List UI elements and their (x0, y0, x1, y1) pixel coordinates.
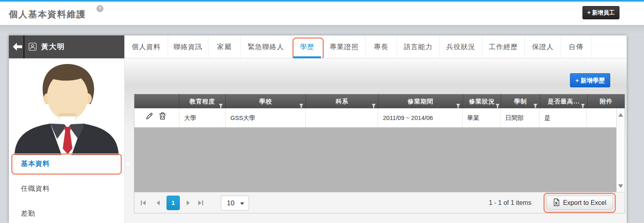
column-header-study-period[interactable]: 修業期間 (379, 94, 463, 108)
profile-tabstrip: 個人資料 聯絡資訊 家屬 緊急聯絡人 學歷 專業證照 專長 語言能力 兵役狀況 … (125, 35, 627, 58)
employee-badge-icon (28, 42, 37, 51)
employee-sidebar: 黃大明 基本資料 (9, 35, 125, 223)
tab-autobiography[interactable]: 自傳 (561, 35, 591, 58)
column-label: 科系 (336, 98, 349, 105)
sidebar-item-attendance[interactable]: 差勤 (9, 205, 124, 223)
tab-work-experience[interactable]: 工作經歷 (482, 35, 525, 58)
tab-family[interactable]: 家屬 (208, 35, 241, 58)
tab-language-ability[interactable]: 語言能力 (397, 35, 440, 58)
cell-school: GSS大學 (226, 108, 306, 127)
grid-pagination-bar: 1 10 1 - 1 of 1 items (134, 192, 625, 213)
cell-school-system: 日間部 (500, 108, 539, 127)
sidebar-item-label: 差勤 (21, 210, 35, 217)
tab-contact-info[interactable]: 聯絡資訊 (168, 35, 208, 58)
employee-avatar (9, 58, 124, 155)
cell-education-level: 大學 (179, 108, 226, 127)
column-header-school-system[interactable]: 學制 (501, 94, 540, 108)
column-header-actions (134, 94, 179, 108)
education-grid: 教育程度 學校 科系 修業期間 修業狀況 (134, 94, 625, 213)
tab-label: 學歷 (300, 43, 315, 51)
cell-study-status: 畢業 (463, 108, 501, 127)
previous-page-button[interactable] (156, 200, 160, 208)
tab-military-service[interactable]: 兵役狀況 (440, 35, 482, 58)
cell-attachment (587, 108, 616, 127)
export-to-excel-button[interactable]: Export to Excel (546, 196, 613, 210)
help-icon[interactable]: ? (97, 5, 103, 12)
sidebar-header: 黃大明 (9, 35, 124, 58)
last-page-button[interactable] (198, 200, 204, 208)
column-header-school[interactable]: 學校 (226, 94, 306, 108)
delete-icon[interactable] (159, 108, 166, 127)
sidebar-item-basic-info[interactable]: 基本資料 (9, 155, 124, 173)
column-label: 修業期間 (408, 98, 434, 105)
sidebar-header-divider (23, 35, 25, 58)
column-label: 教育程度 (189, 98, 215, 105)
header-shadow-band (0, 26, 644, 35)
tab-emergency-contact[interactable]: 緊急聯絡人 (241, 35, 292, 58)
table-row: 大學 GSS大學 2011/09 ~ 2014/06 畢業 日間部 是 (134, 108, 616, 128)
column-header-study-status[interactable]: 修業狀況 (463, 94, 501, 108)
tab-professional-license[interactable]: 專業證照 (323, 35, 366, 58)
chevron-down-icon (240, 202, 244, 205)
grid-body: 大學 GSS大學 2011/09 ~ 2014/06 畢業 日間部 是 (134, 108, 625, 192)
column-header-education-level[interactable]: 教育程度 (179, 94, 226, 108)
page-title: 個人基本資料維護 (9, 8, 86, 21)
excel-file-icon (553, 198, 560, 208)
add-employee-button[interactable]: + 新增員工 (582, 6, 619, 19)
vertical-scrollbar[interactable] (616, 108, 625, 192)
next-page-button[interactable] (186, 200, 191, 208)
page-size-value: 10 (227, 196, 235, 210)
items-summary: 1 - 1 of 1 items (489, 192, 531, 213)
app-header: 個人基本資料維護 ? + 新增員工 (0, 2, 644, 25)
sidebar-collapse-icon[interactable] (126, 161, 129, 166)
edit-icon[interactable] (145, 108, 154, 127)
add-education-button[interactable]: + 新增學歷 (570, 73, 610, 87)
tab-personal-info[interactable]: 個人資料 (125, 35, 168, 58)
scroll-down-icon[interactable] (618, 184, 623, 188)
page-size-dropdown[interactable]: 10 (221, 196, 249, 211)
column-header-department[interactable]: 科系 (306, 94, 379, 108)
tab-expertise[interactable]: 專長 (366, 35, 397, 58)
column-label: 修業狀況 (469, 98, 495, 105)
column-label: 是否最高... (548, 98, 580, 105)
sidebar-item-employment-info[interactable]: 任職資料 (9, 180, 124, 198)
cell-highest-degree: 是 (539, 108, 587, 127)
column-label: 學校 (259, 98, 272, 105)
cell-study-period: 2011/09 ~ 2014/06 (378, 108, 463, 127)
main-panel: 黃大明 基本資料 (9, 35, 627, 223)
cell-department (306, 108, 378, 127)
first-page-button[interactable] (140, 200, 146, 208)
row-actions-cell (134, 108, 179, 127)
column-header-attachment: 附件 (588, 94, 625, 108)
grid-header-row: 教育程度 學校 科系 修業期間 修業狀況 (134, 94, 625, 108)
current-page-button[interactable]: 1 (167, 196, 180, 210)
export-label: Export to Excel (563, 199, 607, 206)
sidebar-item-label: 基本資料 (21, 160, 50, 167)
column-header-highest-degree[interactable]: 是否最高... (540, 94, 588, 108)
back-arrow-icon[interactable] (12, 42, 23, 51)
employee-name: 黃大明 (41, 42, 65, 52)
column-label: 學制 (514, 98, 527, 105)
sidebar-item-label: 任職資料 (21, 185, 50, 192)
scroll-up-icon[interactable] (618, 113, 623, 117)
education-content: + 新增學歷 教育程度 學校 科系 修業期間 (125, 58, 627, 223)
tab-education[interactable]: 學歷 (292, 35, 323, 58)
tab-guarantor[interactable]: 保證人 (525, 35, 561, 58)
